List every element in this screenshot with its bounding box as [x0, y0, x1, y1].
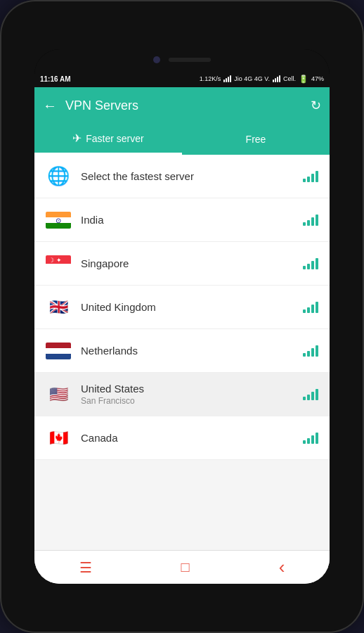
- airplane-icon: ✈: [72, 132, 82, 145]
- flag-singapore: ☽ ✦: [46, 255, 71, 272]
- server-name-singapore: Singapore: [81, 257, 293, 269]
- server-info-fastest: Select the fastest server: [81, 170, 293, 182]
- back-button[interactable]: ←: [43, 98, 57, 114]
- back-nav-button[interactable]: ‹: [265, 551, 299, 584]
- tab-free-label: Free: [246, 134, 266, 145]
- tab-faster-label: Faster server: [86, 133, 143, 144]
- flag-netherlands: [46, 343, 71, 359]
- server-name-fastest: Select the fastest server: [81, 170, 293, 182]
- server-info-singapore: Singapore: [81, 257, 293, 269]
- server-list: 🌐 Select the fastest server I: [34, 155, 330, 550]
- app-screen: ← VPN Servers ↻ ✈ Faster server Free 🌐: [34, 87, 330, 584]
- signal-singapore: [303, 258, 318, 269]
- server-info-uk: United Kingdom: [81, 301, 293, 313]
- refresh-button[interactable]: ↻: [311, 98, 321, 113]
- server-item-canada[interactable]: 🇨🇦 Canada: [34, 416, 330, 460]
- server-info-india: India: [81, 214, 293, 226]
- server-info-canada: Canada: [81, 432, 293, 444]
- server-name-india: India: [81, 214, 293, 226]
- server-name-uk: United Kingdom: [81, 301, 293, 313]
- speaker-bar: [169, 58, 211, 62]
- server-name-netherlands: Netherlands: [81, 345, 293, 357]
- status-speed: 1.12K/s: [200, 75, 221, 82]
- server-name-canada: Canada: [81, 432, 293, 444]
- server-name-us: United States: [81, 383, 293, 395]
- signal-bars-1: [223, 75, 231, 82]
- signal-us: [303, 389, 318, 400]
- status-time: 11:16 AM: [40, 75, 71, 83]
- flag-us: 🇺🇸: [46, 386, 71, 403]
- phone-screen: 11:16 AM 1.12K/s Jio 4G 4G V. Cell. �: [34, 49, 330, 584]
- status-right: 1.12K/s Jio 4G 4G V. Cell. 🔋 47%: [200, 75, 324, 84]
- battery-level: 47%: [311, 75, 324, 82]
- signal-uk: [303, 302, 318, 313]
- tab-free[interactable]: Free: [182, 124, 330, 155]
- camera-dot: [153, 56, 160, 63]
- signal-fastest: [303, 171, 318, 182]
- app-header: ← VPN Servers ↻: [34, 87, 330, 124]
- server-item-singapore[interactable]: ☽ ✦ Singapore: [34, 242, 330, 286]
- phone-frame: 11:16 AM 1.12K/s Jio 4G 4G V. Cell. �: [0, 0, 364, 633]
- signal-netherlands: [303, 345, 318, 357]
- tab-faster-server[interactable]: ✈ Faster server: [34, 124, 182, 155]
- status-cell: Cell.: [283, 75, 296, 82]
- home-nav-button[interactable]: □: [167, 554, 204, 581]
- phone-top-notch: [34, 49, 330, 70]
- server-item-india[interactable]: India: [34, 198, 330, 242]
- signal-bars-2: [273, 75, 280, 82]
- server-item-netherlands[interactable]: Netherlands: [34, 329, 330, 373]
- signal-india: [303, 215, 318, 226]
- status-bar: 11:16 AM 1.12K/s Jio 4G 4G V. Cell. �: [34, 70, 330, 87]
- server-info-us: United States San Francisco: [81, 383, 293, 406]
- server-sub-us: San Francisco: [81, 396, 293, 406]
- bottom-nav: ☰ □ ‹: [34, 550, 330, 584]
- server-item-us[interactable]: 🇺🇸 United States San Francisco: [34, 373, 330, 416]
- globe-icon: 🌐: [46, 164, 71, 189]
- flag-india: [46, 212, 71, 229]
- signal-canada: [303, 433, 318, 444]
- server-item-fastest[interactable]: 🌐 Select the fastest server: [34, 155, 330, 198]
- status-carrier: Jio 4G 4G V.: [234, 75, 270, 82]
- menu-nav-button[interactable]: ☰: [65, 554, 106, 582]
- battery-icon: 🔋: [299, 75, 308, 84]
- server-info-netherlands: Netherlands: [81, 345, 293, 357]
- server-item-uk[interactable]: 🇬🇧 United Kingdom: [34, 286, 330, 329]
- flag-uk: 🇬🇧: [46, 299, 71, 316]
- app-title: VPN Servers: [65, 98, 311, 113]
- tab-bar: ✈ Faster server Free: [34, 124, 330, 155]
- flag-canada: 🇨🇦: [46, 430, 71, 447]
